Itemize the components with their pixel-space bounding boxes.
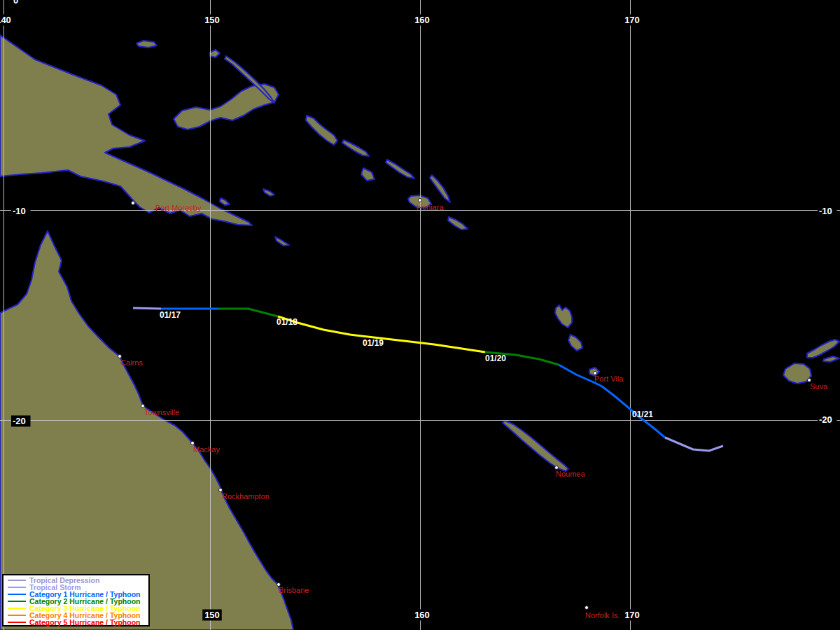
axis-label: 0	[13, 0, 18, 6]
city-label: Noumea	[556, 470, 585, 478]
city-label: Port Vila	[594, 374, 624, 383]
map-canvas: 01/1701/1801/1901/2001/21Port MoresbyHon…	[0, 0, 840, 630]
city-label: Honiara	[416, 203, 444, 211]
city-dot	[118, 355, 122, 358]
city-dot	[219, 489, 223, 492]
axis-label: -10	[819, 206, 832, 216]
track-date-label: 01/19	[363, 338, 384, 348]
track-date-label: 01/20	[485, 354, 506, 363]
city-label: Suva	[810, 382, 828, 391]
axis-label: 140	[0, 15, 11, 25]
intensity-legend: Tropical Depression Tropical Storm Categ…	[2, 574, 150, 626]
axis-label: -10	[13, 206, 26, 216]
track-segment	[133, 308, 161, 309]
city-label: Cairns	[120, 358, 143, 367]
axis-label: 160	[414, 15, 430, 25]
city-dot	[808, 379, 811, 382]
city-label: Brisbane	[279, 586, 309, 594]
city-label: Port Moresby	[155, 204, 202, 212]
axis-label: -20	[13, 416, 26, 426]
track-date-label: 01/21	[632, 410, 653, 419]
track-date-label: 01/18	[276, 317, 298, 327]
legend-line-swatch	[8, 580, 26, 581]
city-dot	[419, 199, 422, 202]
axis-label: -20	[819, 414, 832, 425]
city-dot	[585, 606, 589, 610]
city-dot	[191, 442, 195, 445]
axis-label: 160	[414, 610, 430, 620]
track-date-label: 01/17	[160, 310, 181, 320]
axis-label: 170	[624, 15, 640, 25]
axis-label: 170	[624, 610, 640, 620]
city-label: Rockhampton	[222, 492, 270, 500]
city-label: Norfolk Is.	[585, 611, 620, 620]
axis-label: 150	[204, 15, 220, 25]
city-label: Mackay	[193, 445, 220, 454]
city-label: Townsville	[144, 408, 179, 416]
axis-label: 150	[204, 610, 220, 620]
legend-line-swatch	[8, 587, 26, 588]
legend-line-swatch	[8, 594, 26, 595]
city-dot	[132, 202, 135, 205]
city-dot	[555, 466, 559, 470]
legend-line-swatch	[8, 601, 26, 602]
storm-track-map-screen: 01/1701/1801/1901/2001/21Port MoresbyHon…	[0, 0, 840, 630]
legend-item-label: Category 5 Hurricane / Typhoon	[29, 619, 141, 626]
legend-line-swatch	[8, 608, 26, 609]
legend-line-swatch	[8, 615, 26, 616]
city-dot	[141, 405, 145, 408]
legend-line-swatch	[8, 622, 26, 623]
landmass-manus	[136, 41, 157, 48]
legend-row: Category 5 Hurricane / Typhoon	[8, 619, 148, 626]
